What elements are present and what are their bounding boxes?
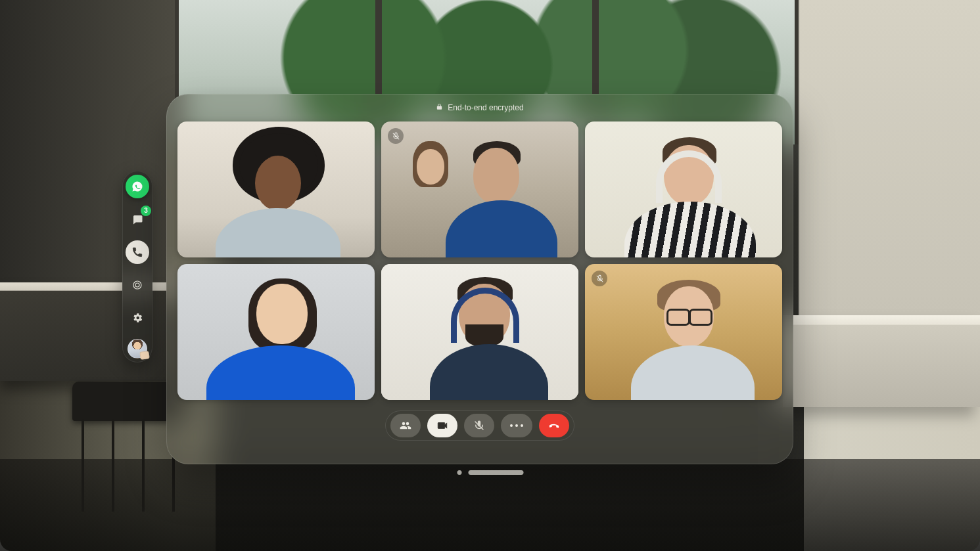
call-window: End-to-end encrypted bbox=[166, 94, 793, 464]
sidebar-profile-avatar[interactable] bbox=[128, 339, 147, 359]
mic-toggle-button[interactable] bbox=[464, 414, 494, 437]
sidebar-settings-button[interactable] bbox=[126, 306, 149, 330]
participant-tile[interactable] bbox=[177, 264, 375, 400]
participant-tile[interactable] bbox=[177, 121, 375, 257]
participant-tile-self[interactable] bbox=[381, 264, 578, 400]
svg-point-0 bbox=[133, 281, 141, 289]
sidebar: 3 bbox=[122, 171, 152, 363]
whatsapp-app-icon[interactable] bbox=[126, 175, 149, 198]
encryption-banner: End-to-end encrypted bbox=[436, 94, 523, 121]
window-drag-handle[interactable] bbox=[457, 470, 523, 475]
participant-tile[interactable] bbox=[585, 264, 782, 400]
more-icon bbox=[510, 424, 523, 427]
end-call-button[interactable] bbox=[539, 414, 569, 437]
call-toolbar bbox=[385, 410, 574, 441]
svg-point-1 bbox=[135, 283, 139, 287]
participant-tile[interactable] bbox=[585, 121, 782, 257]
sidebar-calls-button[interactable] bbox=[126, 240, 149, 264]
lock-icon bbox=[436, 103, 443, 112]
sidebar-chats-button[interactable]: 3 bbox=[126, 208, 149, 231]
sidebar-updates-button[interactable] bbox=[126, 273, 149, 297]
participant-tile[interactable] bbox=[381, 121, 578, 257]
participants-button[interactable] bbox=[390, 414, 421, 437]
more-options-button[interactable] bbox=[501, 414, 532, 437]
camera-toggle-button[interactable] bbox=[427, 414, 457, 437]
encryption-label: End-to-end encrypted bbox=[448, 103, 523, 112]
chats-badge: 3 bbox=[141, 206, 151, 216]
mic-muted-icon bbox=[388, 128, 404, 144]
mic-muted-icon bbox=[592, 271, 607, 286]
participants-grid bbox=[177, 121, 782, 400]
